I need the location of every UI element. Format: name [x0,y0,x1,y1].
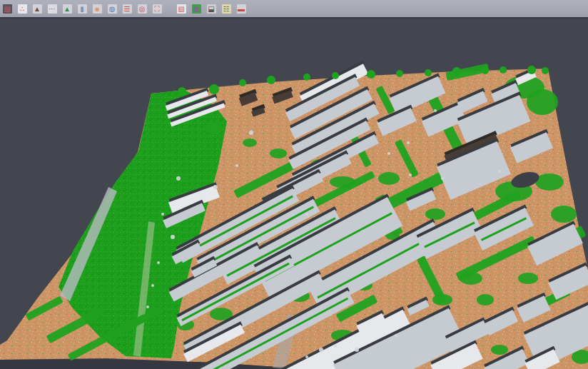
ground-speck [161,213,164,216]
exit-tool-button[interactable]: ▬ [235,3,247,14]
classification-colors-icon: ▦ [192,4,201,14]
ground-speck [409,173,412,176]
tree-canopy [209,84,219,94]
tree-canopy [452,67,461,76]
ground-speck [235,164,238,167]
ground-speck [355,348,359,352]
tree-canopy [500,66,507,74]
vegetation-patch [518,273,538,284]
profile-lines-icon: ☰ [123,4,132,14]
vegetation-patch [551,206,577,223]
tree-canopy [367,70,375,79]
tin-surface-icon: ▲ [63,4,72,14]
ground-speck [319,348,323,352]
ground-speck [157,261,160,264]
toolbar-separator [166,3,172,14]
measurement-tools-button[interactable]: ☷ [220,3,232,14]
point-cloud-display-button[interactable]: ∴ [16,3,28,14]
camera-view-icon: ⬓ [207,4,216,14]
ground-speck [387,152,390,155]
ground-speck [498,170,501,173]
application-window: ▨∴▲⋯▲▮■◍☰◎⛶▧▦⬓☷▬ [0,0,588,369]
clip-region-button[interactable]: ▧ [176,3,187,14]
vegetation-patch [425,208,445,220]
ground-speck [146,305,149,308]
vegetation-patch [330,176,355,188]
elevation-column-icon: ▮ [78,4,87,14]
tree-canopy [303,74,310,81]
ground-speck [305,355,308,358]
circle-selection-icon: ◎ [138,4,147,14]
ground-speck [171,235,175,239]
vegetation-patch [477,294,494,305]
profile-lines-button[interactable]: ☰ [121,3,133,14]
tree-canopy [542,67,549,74]
elevation-column-button[interactable]: ▮ [76,3,88,14]
vegetation-patch [460,272,482,285]
terrain-model-icon: ▲ [33,4,42,14]
toolbar: ▨∴▲⋯▲▮■◍☰◎⛶▧▦⬓☷▬ [0,0,588,19]
ground-speck [441,177,444,180]
viewport-3d[interactable] [0,20,588,369]
ground-speck [213,185,218,189]
ground-speck [151,284,154,287]
ground-speck [334,345,337,348]
extent-selection-button[interactable]: ⛶ [151,3,163,14]
ground-speck [305,213,308,216]
circle-selection-button[interactable]: ◎ [136,3,148,14]
vegetation-patch [243,138,257,147]
tin-surface-button[interactable]: ▲ [61,3,73,14]
tree-canopy [332,72,339,79]
exit-tool-icon: ▬ [237,4,246,14]
clip-region-icon: ▧ [177,4,186,14]
tree-canopy [178,87,186,96]
sparse-points-button[interactable]: ⋯ [46,3,58,14]
point-cloud-scene[interactable] [0,20,588,369]
vegetation-patch [206,123,223,134]
vegetation-patch [270,148,287,158]
ground-speck [395,334,397,337]
extent-selection-icon: ⛶ [153,4,162,14]
point-cloud-display-icon: ∴ [18,4,27,14]
vegetation-patch [491,345,508,355]
tree-canopy [239,79,246,86]
open-data-button[interactable]: ▨ [1,3,13,14]
tree-canopy [267,76,275,84]
ground-speck [434,109,437,112]
tree-canopy [482,67,489,74]
vegetation-patch [432,294,452,305]
ground-speck [176,176,181,181]
tree-canopy [425,69,432,76]
camera-view-button[interactable]: ⬓ [206,3,217,14]
vegetation-patch [378,172,400,185]
ground-speck [407,141,410,144]
tree-canopy [527,66,536,74]
sparse-points-icon: ⋯ [48,4,57,14]
vegetation-patch [535,173,564,191]
terrain-model-button[interactable]: ▲ [31,3,43,14]
globe-3d-view-icon: ◍ [108,4,117,14]
globe-3d-view-button[interactable]: ◍ [106,3,118,14]
vegetation-patch [527,89,558,115]
ortho-ground-icon: ■ [93,4,102,14]
open-data-icon: ▨ [3,4,12,14]
ortho-ground-button[interactable]: ■ [91,3,103,14]
classification-colors-button[interactable]: ▦ [191,3,202,14]
ground-speck [249,131,253,135]
measurement-tools-icon: ☷ [222,4,231,14]
tree-canopy [396,70,403,77]
